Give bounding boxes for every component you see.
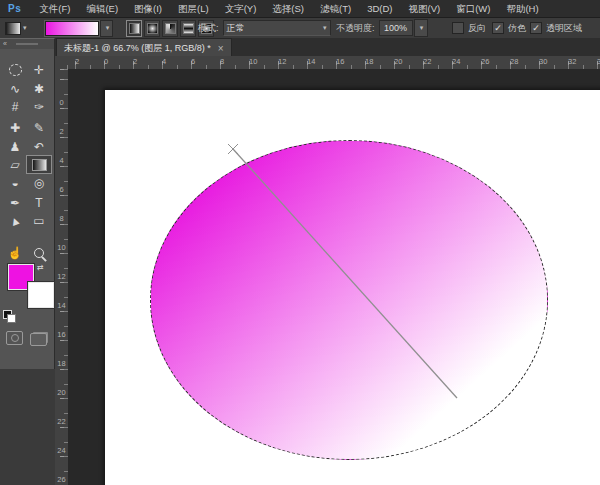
menu-item[interactable]: 帮助(H) — [498, 3, 546, 14]
ruler-h-label: 8 — [220, 57, 224, 66]
tool-brush[interactable]: ✎ — [27, 119, 51, 136]
ruler-h-label: 20 — [394, 57, 402, 66]
gradient-type-radial-button[interactable] — [144, 20, 160, 37]
menu-item[interactable]: 文件(F) — [31, 3, 78, 14]
tool-lasso[interactable]: ∿ — [3, 80, 27, 97]
vertical-ruler[interactable]: 02468101214161820222426 — [55, 69, 69, 485]
checkbox-box[interactable] — [452, 22, 464, 34]
ruler-h-label: 30 — [539, 57, 547, 66]
tool-path-selection[interactable]: ▲ — [3, 212, 27, 229]
ruler-h-label: 32 — [568, 57, 576, 66]
path-selection-icon: ▲ — [7, 213, 22, 228]
tool-zoom[interactable] — [27, 244, 51, 261]
options-bar: ▾ ▾ 模式: 正常 ▾ 不透明度: 100% ▾ 反向✓仿色✓透明区域 — [0, 18, 600, 39]
mode-select[interactable]: 正常 ▾ — [223, 20, 331, 36]
ruler-h-label: 26 — [481, 57, 489, 66]
menu-item[interactable]: 选择(S) — [264, 3, 312, 14]
tools-panel-header[interactable]: « — [0, 39, 54, 49]
brush-icon: ✎ — [34, 122, 44, 134]
chevron-down-icon: ▾ — [23, 24, 27, 32]
menu-item[interactable]: 滤镜(T) — [312, 3, 359, 14]
screen-mode-button[interactable] — [30, 333, 47, 346]
tool-type[interactable]: T — [27, 194, 51, 211]
menu-item[interactable]: 视图(V) — [400, 3, 448, 14]
move-icon: ✛ — [34, 64, 44, 76]
tool-healing-brush[interactable]: ✚ — [3, 119, 27, 136]
tool-elliptical-marquee[interactable] — [3, 61, 27, 78]
opacity-dropdown-button[interactable]: ▾ — [414, 19, 428, 37]
zoom-icon — [34, 248, 44, 258]
tool-quick-selection[interactable]: ✱ — [27, 80, 51, 97]
checkbox-box[interactable]: ✓ — [492, 22, 504, 34]
ruler-v-label: 22 — [57, 418, 66, 425]
mode-value: 正常 — [227, 22, 245, 35]
elliptical-marquee-icon — [9, 64, 22, 76]
checkbox-box[interactable]: ✓ — [530, 22, 542, 34]
ruler-v-label: 0 — [57, 99, 66, 106]
tool-gradient[interactable] — [27, 156, 51, 173]
gradient-picker-button[interactable]: ▾ — [100, 20, 113, 37]
color-swatches: ⇄ — [0, 263, 54, 327]
document-canvas[interactable] — [105, 90, 600, 485]
tool-preset-picker[interactable]: ▾ — [5, 18, 27, 38]
menu-item[interactable]: 3D(D) — [359, 3, 400, 14]
tool-clone-stamp[interactable]: ♟ — [3, 138, 27, 155]
ruler-v-label: 10 — [57, 244, 66, 251]
menu-item[interactable]: 图层(L) — [170, 3, 217, 14]
checkbox-仿色[interactable]: ✓仿色 — [492, 18, 526, 38]
canvas-pasteboard[interactable] — [68, 69, 600, 485]
tool-move[interactable]: ✛ — [27, 61, 51, 78]
ruler-h-label: 28 — [510, 57, 518, 66]
opacity-label: 不透明度: — [336, 22, 375, 35]
pen-icon: ✒ — [10, 197, 20, 209]
gradient-type-angle-button[interactable] — [162, 20, 178, 37]
document-tab-bar: 未标题-1 @ 66.7% (图层 1, RGB/8) * × — [55, 38, 600, 56]
healing-brush-icon: ✚ — [10, 122, 20, 134]
checkbox-透明区域[interactable]: ✓透明区域 — [530, 18, 582, 38]
menu-item[interactable]: 文字(Y) — [217, 3, 265, 14]
tool-eraser[interactable]: ▱ — [3, 156, 27, 173]
gradient-type-reflected-button[interactable] — [180, 20, 196, 37]
tool-hand[interactable]: ☝ — [3, 244, 27, 261]
tool-eyedropper[interactable]: ✑ — [27, 98, 51, 115]
background-color-swatch[interactable] — [28, 282, 54, 308]
menu-item[interactable]: 编辑(E) — [78, 3, 126, 14]
quick-mask-button[interactable] — [6, 331, 23, 345]
ruler-h-label: 24 — [452, 57, 460, 66]
checkbox-label: 反向 — [468, 22, 486, 35]
rectangle-icon: ▭ — [33, 215, 44, 227]
gradient-preview[interactable] — [45, 21, 99, 36]
mode-label: 模式: — [198, 22, 219, 35]
horizontal-ruler[interactable]: 20246810121416182022242628303234 — [55, 56, 600, 70]
tab-close-icon[interactable]: × — [218, 43, 224, 54]
tool-crop[interactable]: # — [3, 98, 27, 115]
ps-logo: Ps — [8, 3, 21, 14]
quick-mask-icon — [11, 334, 19, 342]
checkbox-label: 仿色 — [508, 22, 526, 35]
gradient-type-linear-button[interactable] — [126, 20, 142, 37]
ruler-v-label: 4 — [57, 157, 66, 164]
tool-pen[interactable]: ✒ — [3, 194, 27, 211]
collapse-panel-icon: « — [3, 40, 7, 47]
tool-blur[interactable]: ◒ — [3, 174, 27, 191]
photoshop-window: Ps 文件(F)编辑(E)图像(I)图层(L)文字(Y)选择(S)滤镜(T)3D… — [0, 0, 600, 485]
ruler-h-label: 2 — [133, 57, 137, 66]
quick-selection-icon: ✱ — [34, 83, 44, 95]
swap-colors-icon[interactable]: ⇄ — [37, 263, 44, 272]
tool-dodge[interactable]: ◎ — [27, 174, 51, 191]
default-colors-icon[interactable] — [3, 310, 15, 322]
opacity-input[interactable]: 100% — [379, 20, 413, 36]
elliptical-selection[interactable] — [150, 140, 548, 460]
document-tab[interactable]: 未标题-1 @ 66.7% (图层 1, RGB/8) * × — [56, 38, 232, 57]
tool-history-brush[interactable]: ↶ — [27, 138, 51, 155]
hand-icon: ☝ — [8, 247, 23, 259]
ruler-v-label: 6 — [57, 186, 66, 193]
menu-item[interactable]: 图像(I) — [126, 3, 170, 14]
ruler-h-label: 0 — [104, 57, 108, 66]
menu-item[interactable]: 窗口(W) — [448, 3, 498, 14]
ruler-v-label: 16 — [57, 331, 66, 338]
tool-rectangle[interactable]: ▭ — [27, 212, 51, 229]
checkbox-反向[interactable]: 反向 — [452, 18, 486, 38]
radial-gradient-icon — [147, 23, 158, 34]
tools-panel: « ✛∿✱#✑✚✎♟↶▱◒◎✒T▲▭☝ ⇄ — [0, 38, 55, 369]
